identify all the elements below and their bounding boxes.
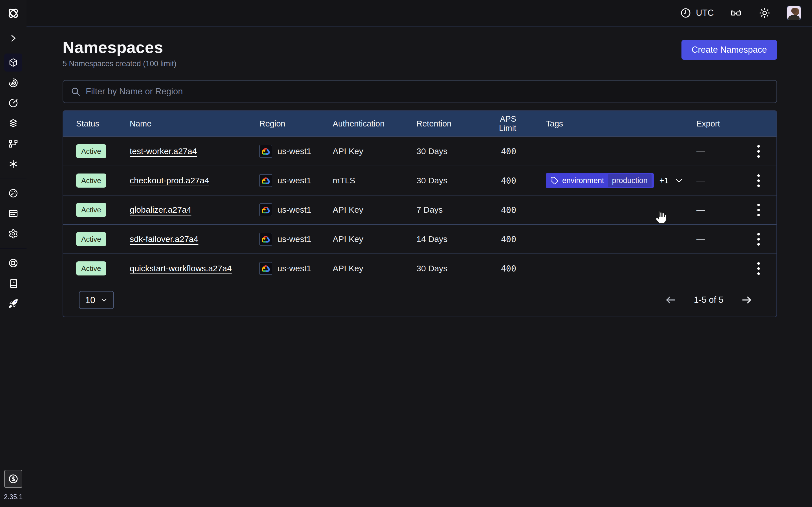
prev-page-button[interactable] [664, 293, 677, 307]
namespace-link[interactable]: quickstart-workflows.a27a4 [130, 264, 232, 273]
row-menu-button[interactable] [751, 261, 766, 276]
arrow-left-icon [665, 294, 677, 306]
tag-key: environment [562, 176, 604, 185]
table-row: Active checkout-prod.a27a4 us-west1 mTLS… [63, 166, 776, 195]
gcp-logo-icon [259, 203, 272, 216]
col-tags: Tags [546, 119, 696, 128]
table-row: Active quickstart-workflows.a27a4 us-wes… [63, 253, 776, 283]
retention: 30 Days [416, 264, 480, 273]
row-menu-button[interactable] [751, 231, 766, 247]
credits-button[interactable] [4, 470, 22, 488]
timezone-selector[interactable]: UTC [680, 7, 714, 18]
export-value: — [696, 147, 748, 156]
row-menu-button[interactable] [751, 202, 766, 218]
col-retention: Retention [416, 119, 480, 128]
layers-icon [8, 118, 18, 128]
namespace-link[interactable]: checkout-prod.a27a4 [130, 176, 209, 185]
status-badge: Active [76, 262, 106, 276]
tag-value: production [608, 174, 652, 187]
timer-icon [8, 98, 18, 108]
auth-method: mTLS [333, 176, 416, 185]
col-name: Name [130, 119, 259, 128]
theme-toggle-button[interactable] [758, 6, 771, 20]
gcp-logo-icon [259, 174, 272, 187]
col-aps-limit: APS Limit [480, 114, 546, 133]
temporal-logo-icon[interactable] [6, 6, 21, 21]
sidebar-nav [0, 54, 27, 315]
aps-limit: 400 [480, 176, 546, 186]
page-size-select[interactable]: 10 [79, 291, 114, 309]
app-version: 2.35.1 [4, 493, 23, 501]
asterisk-icon [8, 159, 18, 169]
retention: 14 Days [416, 234, 480, 244]
aps-limit: 400 [480, 234, 546, 244]
table-footer: 10 1-5 of 5 [63, 283, 776, 317]
auth-method: API Key [333, 205, 416, 215]
row-menu-button[interactable] [751, 144, 766, 159]
filter-bar [63, 80, 777, 103]
status-badge: Active [76, 144, 106, 158]
sidebar-divider [0, 179, 27, 179]
region-label: us-west1 [277, 147, 311, 156]
namespace-link[interactable]: globalizer.a27a4 [130, 205, 192, 214]
next-page-button[interactable] [740, 293, 753, 307]
user-avatar[interactable] [786, 6, 801, 20]
arrow-right-icon [741, 294, 753, 306]
region-label: us-west1 [277, 234, 311, 244]
region-label: us-west1 [277, 176, 311, 185]
sidebar-divider [0, 248, 27, 249]
create-namespace-button[interactable]: Create Namespace [681, 40, 777, 60]
sidebar-item-docs[interactable] [4, 274, 22, 292]
sidebar-item-billing[interactable] [4, 205, 22, 223]
billing-card-icon [8, 209, 18, 219]
lifebuoy-icon [8, 258, 18, 268]
col-status: Status [76, 119, 130, 128]
sidebar-item-deployments[interactable] [4, 135, 22, 153]
tag-icon [550, 177, 558, 184]
namespace-link[interactable]: sdk-failover.a27a4 [130, 234, 199, 244]
col-export: Export [696, 119, 748, 128]
clock-icon [680, 7, 691, 18]
filter-input[interactable] [86, 87, 769, 97]
auth-method: API Key [333, 147, 416, 156]
sidebar-item-radar[interactable] [4, 74, 22, 92]
tag-more-count: +1 [659, 176, 669, 185]
chevron-down-icon [100, 296, 108, 304]
gcp-logo-icon [259, 145, 272, 158]
page-title: Namespaces [63, 38, 176, 57]
page-subtitle: 5 Namespaces created (100 limit) [63, 59, 176, 68]
region-label: us-west1 [277, 205, 311, 215]
tag-pill[interactable]: environment production [546, 173, 654, 188]
main-content: Namespaces 5 Namespaces created (100 lim… [27, 0, 812, 317]
sidebar-item-batch[interactable] [4, 114, 22, 132]
table-row: Active sdk-failover.a27a4 us-west1 API K… [63, 224, 776, 253]
accessibility-button[interactable] [729, 6, 743, 20]
status-badge: Active [76, 173, 106, 187]
sidebar-item-getting-started[interactable] [4, 295, 22, 313]
table-row: Active globalizer.a27a4 us-west1 API Key… [63, 195, 776, 224]
sidebar-item-support[interactable] [4, 254, 22, 272]
chevron-down-icon[interactable] [674, 176, 683, 185]
sidebar-item-usage[interactable] [4, 184, 22, 202]
branch-icon [8, 138, 18, 149]
gauge-icon [8, 188, 18, 198]
book-icon [8, 278, 18, 288]
aps-limit: 400 [480, 147, 546, 156]
sidebar-item-nexus[interactable] [4, 155, 22, 173]
status-badge: Active [76, 232, 106, 246]
dollar-seal-icon [8, 473, 19, 485]
sidebar-expand-chevron-icon[interactable] [4, 32, 22, 45]
region-label: us-west1 [277, 264, 311, 273]
namespace-link[interactable]: test-worker.a27a4 [130, 147, 197, 156]
pagination-range: 1-5 of 5 [694, 295, 723, 305]
sidebar-item-schedules[interactable] [4, 94, 22, 112]
sidebar-item-settings[interactable] [4, 225, 22, 243]
row-menu-button[interactable] [751, 173, 766, 188]
status-badge: Active [76, 203, 106, 217]
sidebar-item-namespaces[interactable] [4, 54, 22, 71]
rocket-icon [8, 298, 18, 309]
cube-icon [8, 57, 18, 68]
page-size-value: 10 [85, 295, 95, 305]
sun-icon [759, 7, 770, 19]
retention: 30 Days [416, 147, 480, 156]
